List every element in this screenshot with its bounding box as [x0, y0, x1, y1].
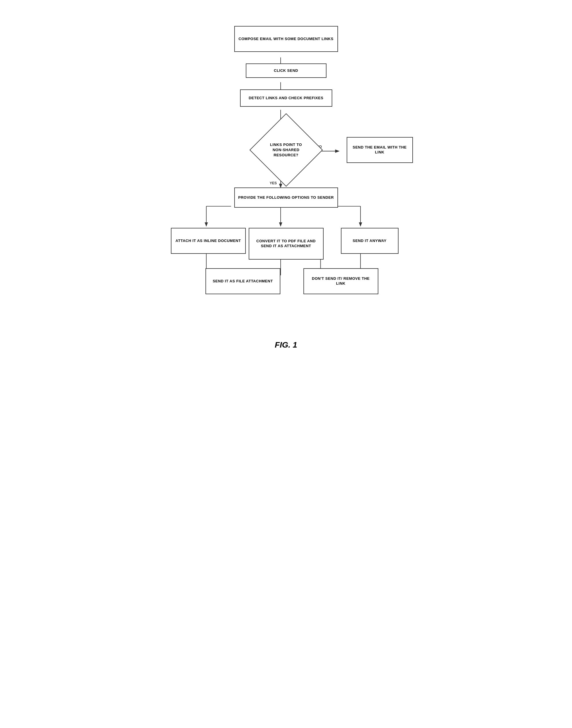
send-anyway-box: SEND IT ANYWAY: [341, 228, 399, 254]
attach-inline-box: ATTACH IT AS INLINE DOCUMENT: [171, 228, 246, 254]
compose-box: COMPOSE EMAIL WITH SOME DOCUMENT LINKS: [234, 26, 338, 52]
diamond-text: LINKS POINT TO NON-SHARED RESOURCE?: [268, 141, 305, 160]
diamond-wrapper: LINKS POINT TO NON-SHARED RESOURCE?: [233, 124, 340, 176]
click-send-box: CLICK SEND: [246, 63, 327, 78]
send-with-link-box: SEND THE EMAIL WITH THE LINK: [347, 137, 413, 163]
dont-send-box: DON'T SEND IT/ REMOVE THE LINK: [303, 268, 378, 294]
send-file-attach-box: SEND IT AS FILE ATTACHMENT: [206, 268, 280, 294]
svg-text:YES: YES: [270, 181, 277, 185]
provide-options-box: PROVIDE THE FOLLOWING OPTIONS TO SENDER: [234, 187, 338, 208]
figure-label: FIG. 1: [162, 340, 410, 350]
convert-pdf-box: CONVERT IT TO PDF FILE AND SEND IT AS AT…: [249, 228, 324, 259]
detect-links-box: DETECT LINKS AND CHECK PREFIXES: [240, 89, 332, 107]
flowchart: NO YES COMPOSE EMAIL WITH SOME DOCUMENT …: [162, 17, 410, 335]
page-container: NO YES COMPOSE EMAIL WITH SOME DOCUMENT …: [156, 6, 416, 367]
